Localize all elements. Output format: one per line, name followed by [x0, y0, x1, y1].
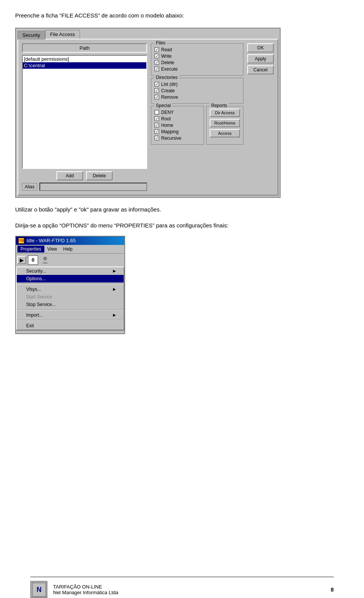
menu-vfsys-label: Vfsys...	[26, 287, 41, 292]
special-group-title: Special	[154, 103, 172, 108]
menu-stop-service-label: Stop Service...	[26, 302, 56, 307]
files-delete-checkbox[interactable]	[154, 60, 159, 65]
ok-button[interactable]: OK	[247, 43, 274, 52]
special-recursive-checkbox[interactable]	[154, 136, 159, 140]
files-execute-label: Execute	[161, 66, 177, 72]
special-root-row: Root	[154, 116, 201, 121]
window-bottom	[16, 330, 124, 333]
menu-properties[interactable]: Properties	[17, 246, 44, 252]
menu-security[interactable]: Security... ▶	[17, 267, 124, 275]
dialog-tabs: Security File Access	[17, 30, 278, 39]
special-home-row: Home	[154, 123, 201, 128]
properties-dropdown: Security... ▶ Options... Vfsys... ▶ Star…	[16, 267, 124, 330]
special-deny-row: DENY	[154, 110, 201, 115]
alias-label: Alias	[22, 183, 37, 191]
footer-text: TARIFAÇÃO ON-LINE Net Manager Informátic…	[53, 584, 331, 595]
special-recursive-label: Recursive	[161, 136, 181, 141]
dir-list-row: List (dir)	[154, 82, 240, 87]
dir-remove-label: Remove	[161, 95, 178, 100]
separator-1	[17, 284, 124, 284]
dir-list-checkbox[interactable]	[154, 82, 159, 87]
files-write-label: Write	[161, 54, 172, 59]
special-root-checkbox[interactable]	[154, 116, 159, 121]
dir-create-label: Create	[161, 88, 175, 93]
files-delete-label: Delete	[161, 60, 174, 65]
dir-create-checkbox[interactable]	[154, 88, 159, 93]
bottom-groups: Special DENY Root Home	[151, 106, 243, 145]
menu-import-label: Import...	[26, 312, 43, 318]
menu-options-label: Options...	[26, 276, 46, 281]
reports-group-title: Reports	[210, 103, 229, 108]
company-logo: N	[30, 581, 47, 598]
menu-start-service: Start Service	[17, 293, 124, 301]
apply-instruction: Utilizar o botão "apply" e "ok" para gra…	[15, 205, 349, 214]
dir-list-label: List (dir)	[161, 82, 177, 87]
menu-vfsys[interactable]: Vfsys... ▶	[17, 286, 124, 293]
dir-access-button[interactable]: Dir Access	[210, 109, 240, 117]
special-root-label: Root	[161, 116, 171, 121]
files-group: Files Read Write Delete	[151, 43, 243, 76]
tab-security[interactable]: Security	[17, 31, 45, 39]
special-deny-label: DENY	[161, 110, 174, 115]
page-number: 8	[331, 587, 334, 593]
files-write-row: Write	[154, 54, 240, 59]
separator-3	[17, 320, 124, 321]
menu-help[interactable]: Help	[60, 246, 76, 252]
ftpd-window: FTP Idle - WAR-FTPD 1.65 Properties View…	[15, 236, 125, 334]
menu-exit-label: Exit	[26, 323, 34, 328]
path-buttons: Add Delete	[22, 171, 147, 180]
ftpd-titlebar: FTP Idle - WAR-FTPD 1.65	[16, 237, 124, 245]
special-mapping-checkbox[interactable]	[154, 129, 159, 134]
directories-group: Directories List (dir) Create Remove	[151, 78, 243, 104]
menu-import-arrow: ▶	[113, 313, 116, 317]
center-panel: Files Read Write Delete	[151, 43, 243, 191]
second-instruction: Dirija-se a opção “OPTIONS” do menu “PRO…	[15, 221, 349, 230]
path-item-central[interactable]: C:\central	[23, 62, 146, 69]
menu-view[interactable]: View	[44, 246, 60, 252]
connection-count: 0	[28, 255, 38, 265]
separator-2	[17, 309, 124, 310]
ftpd-title: Idle - WAR-FTPD 1.65	[27, 238, 76, 243]
menu-exit[interactable]: Exit	[17, 322, 124, 330]
user-icon	[40, 255, 50, 265]
apply-button[interactable]: Apply	[247, 54, 274, 63]
special-recursive-row: Recursive	[154, 136, 201, 141]
dir-remove-checkbox[interactable]	[154, 95, 159, 99]
file-access-dialog: Security File Access Path [default permi…	[15, 28, 281, 198]
company-name: TARIFAÇÃO ON-LINE	[53, 584, 331, 590]
alias-input[interactable]	[39, 183, 147, 191]
special-group: Special DENY Root Home	[151, 106, 204, 145]
menu-start-service-label: Start Service	[26, 294, 52, 300]
add-button[interactable]: Add	[56, 171, 83, 180]
special-deny-checkbox[interactable]	[154, 110, 159, 115]
menu-options[interactable]: Options...	[17, 275, 124, 282]
files-write-checkbox[interactable]	[154, 54, 159, 58]
special-mapping-label: Mapping	[161, 129, 179, 134]
access-button[interactable]: Access	[210, 129, 240, 137]
directories-group-title: Directories	[154, 75, 179, 80]
menu-import[interactable]: Import... ▶	[17, 311, 124, 319]
menu-security-label: Security...	[26, 268, 46, 274]
menu-stop-service[interactable]: Stop Service...	[17, 301, 124, 308]
alias-row: Alias	[22, 183, 147, 191]
root-home-button[interactable]: Root/Home	[210, 119, 240, 127]
special-home-checkbox[interactable]	[154, 123, 159, 128]
ftpd-menubar: Properties View Help	[16, 245, 124, 254]
files-read-label: Read	[161, 47, 172, 52]
dialog-body: Path [default permissions] C:\central Ad…	[17, 39, 278, 196]
files-group-title: Files	[154, 40, 167, 46]
special-home-label: Home	[161, 123, 173, 128]
ftpd-toolbar: ▶ 0	[16, 254, 124, 267]
toolbar-btn-1[interactable]: ▶	[17, 256, 26, 264]
delete-button[interactable]: Delete	[86, 171, 113, 180]
svg-point-0	[43, 257, 47, 260]
action-buttons: OK Apply Cancel	[247, 43, 274, 191]
cancel-button[interactable]: Cancel	[247, 65, 274, 74]
files-read-row: Read	[154, 47, 240, 52]
files-execute-checkbox[interactable]	[154, 66, 159, 71]
dir-remove-row: Remove	[154, 95, 240, 100]
path-item-default[interactable]: [default permissions]	[23, 56, 146, 62]
tab-file-access[interactable]: File Access	[45, 30, 80, 39]
path-listbox[interactable]: [default permissions] C:\central	[22, 55, 147, 169]
files-read-checkbox[interactable]	[154, 47, 159, 52]
